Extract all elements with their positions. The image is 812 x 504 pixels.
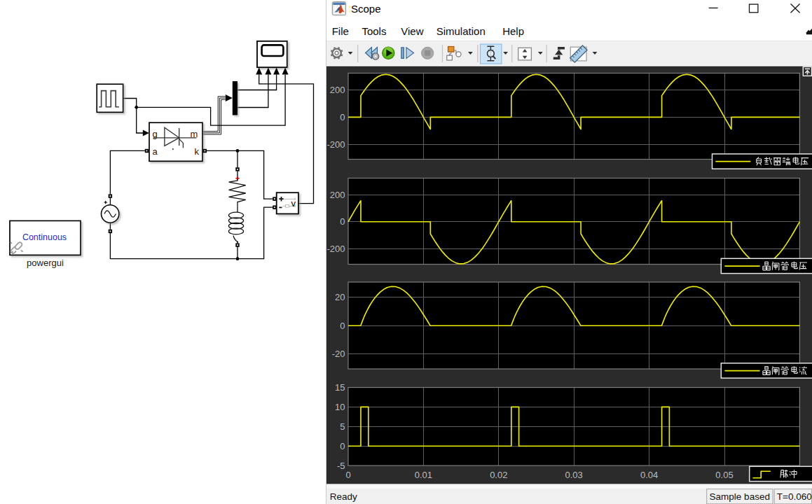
- svg-text:File: File: [332, 25, 349, 37]
- svg-text:15: 15: [335, 382, 345, 393]
- svg-text:0.04: 0.04: [640, 470, 658, 480]
- svg-text:10: 10: [335, 402, 345, 412]
- svg-text:Scope: Scope: [351, 3, 381, 15]
- svg-text:0: 0: [340, 112, 345, 122]
- svg-text:powergui: powergui: [27, 258, 64, 268]
- svg-text:-200: -200: [326, 244, 345, 254]
- svg-text:0.05: 0.05: [715, 470, 733, 480]
- svg-text:v: v: [291, 198, 296, 209]
- svg-text:T=0.060: T=0.060: [777, 491, 812, 502]
- svg-text:0: 0: [340, 216, 345, 227]
- svg-text:View: View: [401, 25, 423, 37]
- svg-text:200: 200: [330, 190, 345, 200]
- svg-text:0.02: 0.02: [490, 470, 507, 480]
- svg-text:Continuous: Continuous: [22, 232, 67, 242]
- svg-text:5: 5: [340, 421, 345, 432]
- svg-text:200: 200: [330, 85, 345, 95]
- svg-text:Simulation: Simulation: [436, 25, 486, 37]
- svg-text:Ready: Ready: [330, 491, 357, 502]
- svg-text:-20: -20: [332, 349, 345, 359]
- svg-text:k: k: [195, 146, 200, 157]
- svg-text:Help: Help: [502, 25, 524, 37]
- svg-text:0: 0: [340, 441, 345, 451]
- svg-text:-200: -200: [326, 139, 345, 150]
- svg-text:-5: -5: [337, 461, 345, 471]
- svg-text:a: a: [153, 146, 158, 157]
- svg-text:0.01: 0.01: [415, 470, 432, 480]
- svg-text:20: 20: [335, 292, 345, 302]
- svg-text:0.03: 0.03: [565, 470, 583, 480]
- svg-text:0: 0: [345, 470, 350, 480]
- svg-text:0: 0: [340, 321, 345, 331]
- svg-text:Sample based: Sample based: [710, 491, 770, 502]
- svg-text:Tools: Tools: [362, 25, 386, 37]
